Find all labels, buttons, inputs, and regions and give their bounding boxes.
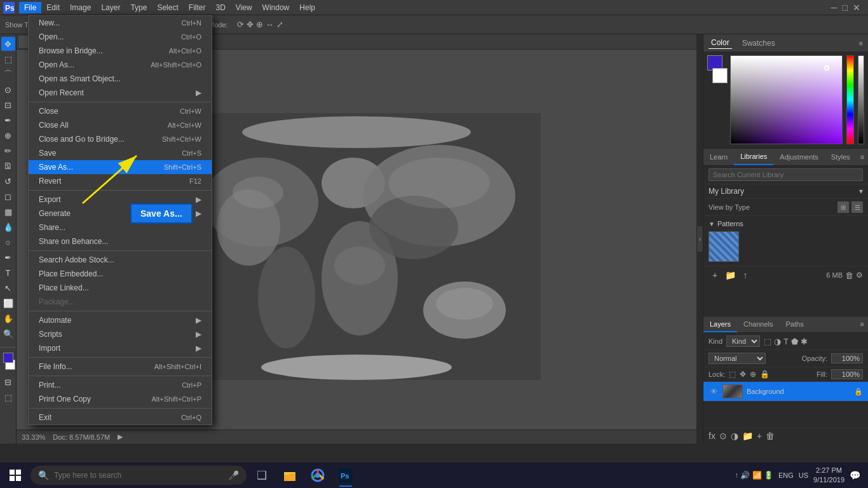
gradient-tool[interactable]: ▦ [1,205,15,219]
3d-scale-btn[interactable]: ⤢ [276,20,283,29]
blur-tool[interactable]: 💧 [1,220,15,234]
blend-mode-select[interactable]: Normal [709,353,766,364]
3d-roll-btn[interactable]: ⊕ [256,20,263,29]
dodge-tool[interactable]: ○ [1,235,15,249]
shape-tool[interactable]: ⬜ [1,296,15,310]
panel-options-btn[interactable]: ≡ [859,39,863,47]
patterns-section-header[interactable]: ▼ Patterns [709,220,863,227]
healing-tool[interactable]: ⊕ [1,128,15,142]
hand-tool[interactable]: ✋ [1,311,15,325]
menu-save[interactable]: SaveCtrl+S [29,146,212,160]
menu-select[interactable]: Select [152,2,183,13]
menu-filter[interactable]: Filter [184,2,211,13]
channels-tab[interactable]: Channels [737,317,779,332]
3d-orbit-btn[interactable]: ⟳ [237,20,244,29]
list-view-btn[interactable]: ☰ [851,201,863,213]
menu-import[interactable]: Import▶ [29,341,212,355]
new-layer-btn[interactable]: + [757,431,762,441]
menu-open[interactable]: Open...Ctrl+O [29,30,212,44]
menu-revert[interactable]: RevertF12 [29,174,212,188]
system-clock[interactable]: 2:27 PM 9/11/2019 [813,466,844,485]
task-view-btn[interactable]: ❑ [249,463,275,488]
start-button[interactable] [3,463,28,488]
rect-select-tool[interactable]: ⬚ [1,52,15,66]
microphone-icon[interactable]: 🎤 [228,470,239,480]
chrome-app[interactable] [305,463,330,488]
brush-tool[interactable]: ✏ [1,144,15,158]
type-filter-btn[interactable]: T [783,337,789,346]
menu-file-info[interactable]: File Info...Alt+Shift+Ctrl+I [29,360,212,374]
menu-close-all[interactable]: Close AllAlt+Ctrl+W [29,118,212,132]
clone-tool[interactable]: 🖻 [1,159,15,173]
layer-visibility-eye[interactable]: 👁 [709,386,719,396]
file-explorer-app[interactable] [277,463,302,488]
menu-save-as[interactable]: Save As...Shift+Ctrl+S [29,160,212,174]
color-tab[interactable]: Color [709,37,732,49]
notification-btn[interactable]: 💬 [850,470,860,480]
libraries-tab[interactable]: Libraries [734,149,773,165]
adjustment-filter-btn[interactable]: ◑ [774,337,781,346]
opacity-input[interactable] [831,353,863,363]
settings-btn[interactable]: ⚙ [856,271,863,280]
layers-tab[interactable]: Layers [703,317,737,332]
pen-tool[interactable]: ✒ [1,250,15,264]
create-group-btn[interactable]: 📁 [724,269,736,281]
background-layer[interactable]: 👁 Background 🔒 [703,382,868,402]
fill-input[interactable] [831,369,863,379]
3d-pan-btn[interactable]: ✥ [247,20,254,29]
libraries-options-btn[interactable]: ≡ [860,153,864,161]
add-mask-btn[interactable]: ⊙ [719,431,727,441]
styles-tab[interactable]: Styles [825,149,857,165]
kind-select[interactable]: Kind [726,336,760,347]
screen-mode-btn[interactable]: ⬚ [1,390,15,404]
menu-place-embedded[interactable]: Place Embedded... [29,267,212,281]
add-item-btn[interactable]: + [709,269,721,281]
crop-tool[interactable]: ⊡ [1,98,15,112]
type-tool[interactable]: T [1,266,15,280]
adjustments-tab[interactable]: Adjustments [773,149,825,165]
menu-open-recent[interactable]: Open Recent▶ [29,86,212,100]
menu-help[interactable]: Help [294,2,320,13]
layers-options-btn[interactable]: ≡ [860,320,864,328]
menu-open-as[interactable]: Open As...Alt+Shift+Ctrl+O [29,58,212,72]
smart-filter-btn[interactable]: ✱ [801,337,808,346]
search-input[interactable] [54,471,223,480]
adjustment-btn[interactable]: ◑ [731,431,738,441]
library-search-input[interactable] [709,168,863,181]
hue-slider[interactable] [846,55,854,144]
opacity-slider[interactable] [858,55,864,144]
menu-close[interactable]: CloseCtrl+W [29,104,212,118]
view-type-btn[interactable]: View by Type [709,203,750,211]
zoom-tool[interactable]: 🔍 [1,327,15,341]
3d-slide-btn[interactable]: ↔ [266,20,274,29]
delete-btn[interactable]: 🗑 [845,271,853,280]
fx-btn[interactable]: fx [709,431,715,441]
menu-open-smart[interactable]: Open as Smart Object... [29,72,212,86]
close-btn[interactable]: ✕ [853,3,860,13]
pixel-filter-btn[interactable]: ⬚ [764,337,771,346]
panel-collapse-btn[interactable]: › [696,226,703,252]
pattern-item[interactable] [709,231,739,262]
lock-all-btn[interactable]: 🔒 [760,370,770,379]
eraser-tool[interactable]: ◻ [1,189,15,203]
lock-pixels-btn[interactable]: ⬚ [729,370,736,379]
foreground-color-swatch[interactable] [3,353,13,363]
move-tool[interactable]: ✥ [1,37,15,51]
menu-window[interactable]: Window [257,2,295,13]
menu-adobe-stock[interactable]: Search Adobe Stock... [29,253,212,267]
menu-new[interactable]: New...Ctrl+N [29,16,212,30]
menu-browse-bridge[interactable]: Browse in Bridge...Alt+Ctrl+O [29,44,212,58]
photoshop-app[interactable]: Ps [333,463,358,488]
minimize-btn[interactable]: ─ [831,3,837,13]
menu-place-linked[interactable]: Place Linked... [29,281,212,295]
menu-3d[interactable]: 3D [210,2,230,13]
lasso-tool[interactable]: ⌒ [1,67,15,81]
background-color-box[interactable] [712,68,728,83]
delete-layer-btn[interactable]: 🗑 [766,431,775,441]
menu-type[interactable]: Type [125,2,152,13]
lock-position-btn[interactable]: ✥ [740,370,746,379]
swatches-tab[interactable]: Swatches [740,37,778,49]
menu-print-one[interactable]: Print One CopyAlt+Shift+Ctrl+P [29,392,212,406]
menu-exit[interactable]: ExitCtrl+Q [29,410,212,424]
lock-artboard-btn[interactable]: ⊕ [750,370,756,379]
